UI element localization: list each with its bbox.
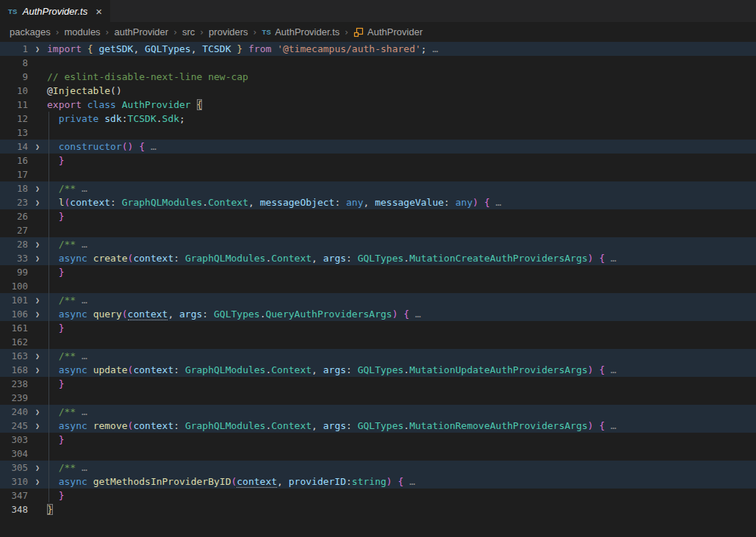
code-line[interactable]: 161 } — [0, 321, 756, 335]
fold-chevron-icon[interactable]: ❯ — [28, 293, 47, 307]
code-line[interactable]: 162 — [0, 335, 756, 349]
code-token: args — [323, 253, 346, 264]
code-line[interactable]: 11export class AuthProvider { — [0, 98, 756, 112]
code-line[interactable]: 305❯ /** … — [0, 461, 756, 475]
line-number[interactable]: 18 — [0, 181, 28, 195]
code-line[interactable]: 14❯ constructor() { … — [0, 140, 756, 154]
line-number[interactable]: 162 — [0, 335, 28, 349]
line-number[interactable]: 23 — [0, 195, 28, 209]
line-number[interactable]: 1 — [0, 42, 28, 56]
fold-chevron-icon[interactable]: ❯ — [28, 181, 47, 195]
line-number[interactable]: 240 — [0, 405, 28, 419]
breadcrumb-item-src[interactable]: src — [182, 26, 195, 37]
code-line[interactable]: 10@Injectable() — [0, 84, 756, 98]
line-number[interactable]: 8 — [0, 56, 28, 70]
line-number[interactable]: 28 — [0, 237, 28, 251]
breadcrumb-item-file[interactable]: TS AuthProvider.ts — [262, 26, 339, 37]
line-number[interactable]: 13 — [0, 126, 28, 140]
line-number[interactable]: 304 — [0, 447, 28, 461]
code-line[interactable]: 13 — [0, 126, 756, 140]
line-number[interactable]: 16 — [0, 154, 28, 167]
code-text: async update(context: GraphQLModules.Con… — [47, 363, 756, 377]
fold-chevron-icon[interactable]: ❯ — [28, 140, 47, 154]
line-number[interactable]: 310 — [0, 475, 28, 489]
line-number[interactable]: 106 — [0, 307, 28, 321]
line-number[interactable]: 163 — [0, 349, 28, 363]
fold-chevron-icon[interactable]: ❯ — [28, 307, 47, 321]
code-token: … — [490, 197, 502, 208]
line-number[interactable]: 26 — [0, 209, 28, 223]
code-line[interactable]: 99 } — [0, 265, 756, 279]
fold-chevron-icon[interactable]: ❯ — [28, 237, 47, 251]
fold-chevron-icon[interactable]: ❯ — [28, 475, 47, 489]
code-token: … — [403, 476, 415, 487]
code-line[interactable]: 1❯import { getSDK, GQLTypes, TCSDK } fro… — [0, 42, 756, 56]
code-line[interactable]: 348} — [0, 502, 756, 516]
breadcrumb-item-authprovider[interactable]: authProvider — [114, 26, 168, 37]
line-number[interactable]: 33 — [0, 251, 28, 265]
line-number[interactable]: 9 — [0, 70, 28, 84]
code-line[interactable]: 101❯ /** … — [0, 293, 756, 307]
line-number[interactable]: 305 — [0, 461, 28, 475]
code-line[interactable]: 16 } — [0, 154, 756, 167]
code-text: /** … — [47, 237, 756, 251]
breadcrumb-item-providers[interactable]: providers — [209, 26, 248, 37]
code-area[interactable]: 1❯import { getSDK, GQLTypes, TCSDK } fro… — [0, 42, 756, 516]
line-number[interactable]: 14 — [0, 140, 28, 154]
code-line[interactable]: 12 private sdk:TCSDK.Sdk; — [0, 112, 756, 126]
code-line[interactable]: 26 } — [0, 209, 756, 223]
code-line[interactable]: 240❯ /** … — [0, 405, 756, 419]
code-line[interactable]: 8 — [0, 56, 756, 70]
code-line[interactable]: 18❯ /** … — [0, 181, 756, 195]
line-number[interactable]: 238 — [0, 377, 28, 391]
line-number[interactable]: 99 — [0, 265, 28, 279]
breadcrumb-item-modules[interactable]: modules — [64, 26, 100, 37]
line-number[interactable]: 27 — [0, 223, 28, 237]
fold-chevron-icon[interactable]: ❯ — [28, 363, 47, 377]
code-token: . — [156, 113, 162, 124]
line-number[interactable]: 168 — [0, 363, 28, 377]
code-line[interactable]: 168❯ async update(context: GraphQLModule… — [0, 363, 756, 377]
line-number[interactable]: 100 — [0, 279, 28, 293]
fold-chevron-icon[interactable]: ❯ — [28, 251, 47, 265]
fold-chevron-icon[interactable]: ❯ — [28, 195, 47, 209]
code-line[interactable]: 27 — [0, 223, 756, 237]
breadcrumb-item-class-symbol[interactable]: AuthProvider — [353, 26, 422, 37]
code-line[interactable]: 9// eslint-disable-next-line new-cap — [0, 70, 756, 84]
line-number[interactable]: 17 — [0, 167, 28, 181]
code-line[interactable]: 163❯ /** … — [0, 349, 756, 363]
fold-chevron-icon[interactable]: ❯ — [28, 349, 47, 363]
line-number[interactable]: 11 — [0, 98, 28, 112]
line-number[interactable]: 348 — [0, 502, 28, 516]
code-line[interactable]: 33❯ async create(context: GraphQLModules… — [0, 251, 756, 265]
code-token: : — [122, 113, 128, 124]
line-number[interactable]: 239 — [0, 391, 28, 405]
code-line[interactable]: 100 — [0, 279, 756, 293]
code-line[interactable]: 106❯ async query(context, args: GQLTypes… — [0, 307, 756, 321]
code-line[interactable]: 239 — [0, 391, 756, 405]
code-line[interactable]: 23❯ l(context: GraphQLModules.Context, m… — [0, 195, 756, 209]
code-token: any — [456, 197, 472, 208]
line-number[interactable]: 101 — [0, 293, 28, 307]
code-line[interactable]: 238 } — [0, 377, 756, 391]
line-number[interactable]: 161 — [0, 321, 28, 335]
fold-chevron-icon[interactable]: ❯ — [28, 42, 47, 56]
fold-chevron-icon[interactable]: ❯ — [28, 419, 47, 433]
line-number[interactable]: 347 — [0, 489, 28, 502]
breadcrumb-item-packages[interactable]: packages — [10, 26, 51, 37]
code-line[interactable]: 303 } — [0, 433, 756, 447]
code-line[interactable]: 347 } — [0, 489, 756, 502]
line-number[interactable]: 245 — [0, 419, 28, 433]
fold-chevron-icon[interactable]: ❯ — [28, 461, 47, 475]
tab-close-icon[interactable]: × — [96, 6, 102, 17]
code-line[interactable]: 310❯ async getMethodsInProviderByID(cont… — [0, 475, 756, 489]
line-number[interactable]: 12 — [0, 112, 28, 126]
code-line[interactable]: 17 — [0, 167, 756, 181]
line-number[interactable]: 303 — [0, 433, 28, 447]
fold-chevron-icon[interactable]: ❯ — [28, 405, 47, 419]
tab-authprovider[interactable]: TS AuthProvider.ts × — [0, 0, 110, 22]
line-number[interactable]: 10 — [0, 84, 28, 98]
code-line[interactable]: 245❯ async remove(context: GraphQLModule… — [0, 419, 756, 433]
code-line[interactable]: 28❯ /** … — [0, 237, 756, 251]
code-line[interactable]: 304 — [0, 447, 756, 461]
